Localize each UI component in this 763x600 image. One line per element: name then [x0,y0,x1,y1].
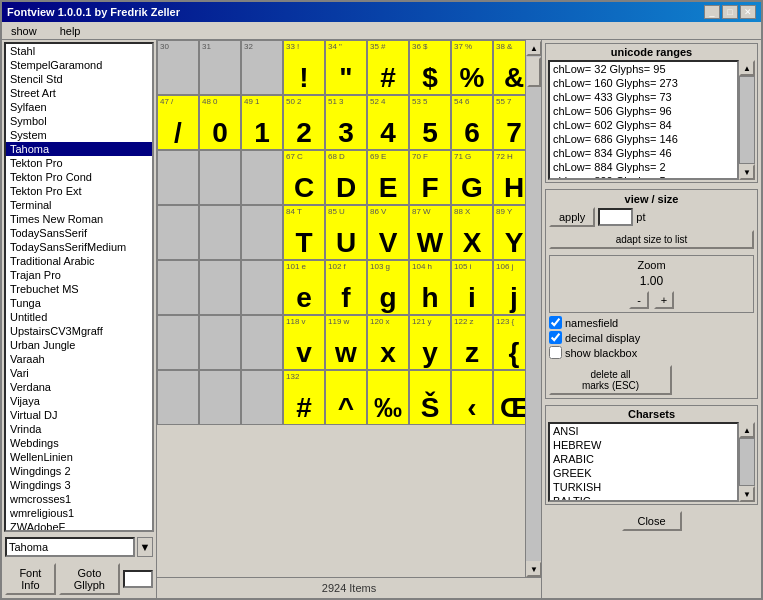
font-list-item[interactable]: Sylfaen [6,100,152,114]
charset-item[interactable]: ANSI [550,424,737,438]
font-list-item[interactable]: Untitled [6,310,152,324]
grid-cell[interactable]: 118 vv [283,315,325,370]
grid-cell[interactable]: 69 EE [367,150,409,205]
grid-cell[interactable]: 122 zz [451,315,493,370]
font-list[interactable]: StahlStempelGaramondStencil StdStreet Ar… [4,42,154,532]
grid-cell[interactable]: 132# [283,370,325,425]
grid-cell[interactable]: 88 XX [451,205,493,260]
grid-cell[interactable]: ‹ [451,370,493,425]
adapt-size-button[interactable]: adapt size to list [549,230,754,249]
font-list-item[interactable]: Street Art [6,86,152,100]
font-list-item[interactable]: Wingdings 3 [6,478,152,492]
grid-cell[interactable]: 84 TT [283,205,325,260]
grid-cell[interactable]: 105 ii [451,260,493,315]
grid-cell[interactable]: Œ [493,370,525,425]
font-list-item[interactable]: Tekton Pro [6,156,152,170]
grid-cell[interactable]: 89 YY [493,205,525,260]
grid-cell[interactable]: 30 [157,40,199,95]
unicode-list-item[interactable]: chLow= 884 Glyphs= 2 [550,160,737,174]
grid-cell[interactable]: 53 55 [409,95,451,150]
font-list-item[interactable]: Symbol [6,114,152,128]
grid-cell[interactable]: ^ [325,370,367,425]
grid-cell[interactable]: 47 // [157,95,199,150]
font-list-item[interactable]: Tahoma [6,142,152,156]
grid-cell[interactable]: 103 gg [367,260,409,315]
unicode-list-item[interactable]: chLow= 602 Glyphs= 84 [550,118,737,132]
font-list-item[interactable]: Verdana [6,380,152,394]
unicode-list-item[interactable]: chLow= 32 Glyphs= 95 [550,62,737,76]
font-list-item[interactable]: ZWAdobeF [6,520,152,532]
grid-cell[interactable]: 34 "" [325,40,367,95]
size-input[interactable]: 36 [598,208,633,226]
font-list-item[interactable]: UpstairsCV3Mgraff [6,324,152,338]
unicode-list[interactable]: chLow= 32 Glyphs= 95chLow= 160 Glyphs= 2… [548,60,739,180]
grid-cell[interactable]: 119 ww [325,315,367,370]
font-list-item[interactable]: Trebuchet MS [6,282,152,296]
scroll-track[interactable] [526,56,541,561]
grid-cell[interactable]: 55 77 [493,95,525,150]
grid-cell[interactable]: 101 ee [283,260,325,315]
font-list-item[interactable]: Tunga [6,296,152,310]
grid-cell[interactable]: 38 && [493,40,525,95]
zoom-minus-button[interactable]: - [629,291,649,309]
font-list-item[interactable]: Tekton Pro Ext [6,184,152,198]
grid-cell[interactable]: 120 xx [367,315,409,370]
unicode-list-item[interactable]: chLow= 834 Glyphs= 46 [550,146,737,160]
font-list-item[interactable]: Webdings [6,436,152,450]
charset-item[interactable]: BALTIC [550,494,737,502]
font-list-item[interactable]: Terminal [6,198,152,212]
grid-cell[interactable]: Š [409,370,451,425]
apply-button[interactable]: apply [549,207,595,227]
charset-item[interactable]: TURKISH [550,480,737,494]
font-list-item[interactable]: wmreligious1 [6,506,152,520]
charsets-scroll-down[interactable]: ▼ [739,486,755,502]
unicode-list-item[interactable]: chLow= 160 Glyphs= 273 [550,76,737,90]
grid-cell[interactable]: 72 HH [493,150,525,205]
scroll-thumb[interactable] [527,57,541,87]
show-blackbox-checkbox[interactable] [549,346,562,359]
grid-cell[interactable]: 52 44 [367,95,409,150]
grid-cell[interactable]: 121 yy [409,315,451,370]
maximize-button[interactable]: □ [722,5,738,19]
minimize-button[interactable]: _ [704,5,720,19]
grid-cell[interactable]: 87 WW [409,205,451,260]
font-list-item[interactable]: System [6,128,152,142]
charset-item[interactable]: ARABIC [550,452,737,466]
grid-cell[interactable]: 50 22 [283,95,325,150]
font-list-item[interactable]: Stencil Std [6,72,152,86]
grid-cell[interactable]: 49 11 [241,95,283,150]
grid-cell[interactable]: 37 %% [451,40,493,95]
unicode-scroll-down[interactable]: ▼ [739,164,755,180]
grid-cell[interactable]: 32 [241,40,283,95]
close-button[interactable]: Close [622,511,682,531]
grid-cell[interactable]: 35 ## [367,40,409,95]
grid-cell[interactable]: 36 $$ [409,40,451,95]
unicode-scroll-up[interactable]: ▲ [739,60,755,76]
font-list-item[interactable]: Varaah [6,352,152,366]
font-info-button[interactable]: Font Info [5,563,56,595]
font-list-item[interactable]: Stahl [6,44,152,58]
scroll-down-arrow[interactable]: ▼ [526,561,541,577]
font-list-item[interactable]: TodaySansSerif [6,226,152,240]
grid-cell[interactable]: 102 ff [325,260,367,315]
unicode-list-item[interactable]: chLow= 686 Glyphs= 146 [550,132,737,146]
charset-item[interactable]: HEBREW [550,438,737,452]
grid-cell[interactable]: 54 66 [451,95,493,150]
font-combo-arrow[interactable]: ▼ [137,537,153,557]
grid-cell[interactable]: 67 CC [283,150,325,205]
unicode-list-item[interactable]: chLow= 433 Glyphs= 73 [550,90,737,104]
font-list-item[interactable]: Traditional Arabic [6,254,152,268]
charset-item[interactable]: GREEK [550,466,737,480]
menu-show[interactable]: show [7,25,41,37]
font-list-item[interactable]: WellenLinien [6,450,152,464]
grid-cell[interactable]: 123 {{ [493,315,525,370]
grid-cell[interactable]: 48 00 [199,95,241,150]
zoom-plus-button[interactable]: + [654,291,674,309]
font-combo-display[interactable]: Tahoma [5,537,135,557]
grid-cell[interactable]: 86 VV [367,205,409,260]
font-list-item[interactable]: StempelGaramond [6,58,152,72]
font-list-item[interactable]: Wingdings 2 [6,464,152,478]
charsets-list[interactable]: ANSIHEBREWARABICGREEKTURKISHBALTICEASTEU… [548,422,739,502]
font-list-item[interactable]: TodaySansSerifMedium [6,240,152,254]
close-button[interactable]: ✕ [740,5,756,19]
